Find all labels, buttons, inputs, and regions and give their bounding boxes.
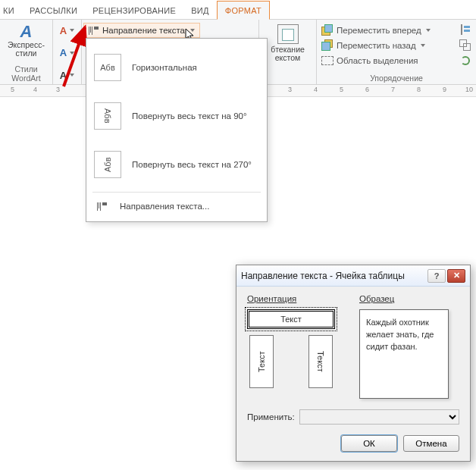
dialog-titlebar[interactable]: Направление текста - Ячейка таблицы ? ✕	[236, 265, 470, 287]
wordart-quick-styles-label: Экспресс-стили	[8, 41, 45, 58]
rotate-icon[interactable]	[461, 56, 470, 65]
selection-pane-button[interactable]: Область выделения	[321, 53, 471, 68]
dialog-help-button[interactable]: ?	[427, 269, 446, 283]
orientation-panel: Ориентация Текст Текст Текст	[247, 294, 346, 399]
menu-item-horizontal-label: Горизонтальная	[132, 63, 197, 72]
wrap-text-icon	[277, 24, 299, 44]
tab-view[interactable]: ВИД	[183, 2, 217, 19]
wordart-icon: A	[20, 24, 33, 39]
text-fill-button[interactable]: A	[60, 23, 74, 38]
apply-to-select[interactable]	[299, 409, 459, 425]
orientation-option-vertical-up[interactable]: Текст	[249, 335, 274, 388]
send-backward-icon	[321, 39, 334, 52]
group-objects-icon[interactable]	[459, 39, 471, 52]
text-direction-dialog: Направление текста - Ячейка таблицы ? ✕ …	[236, 265, 471, 462]
text-outline-button[interactable]: A	[60, 45, 74, 61]
horizontal-text-icon: Абв	[94, 54, 121, 81]
chevron-down-icon	[70, 52, 74, 55]
chevron-down-icon	[190, 29, 195, 32]
selection-pane-label: Область выделения	[337, 56, 418, 65]
chevron-down-icon	[426, 29, 431, 32]
selection-pane-icon	[321, 55, 334, 67]
wrap-text-label: бтеканиеекстом	[271, 45, 305, 62]
text-direction-button[interactable]: Направление текста	[83, 23, 200, 38]
menu-item-rotate-90-label: Повернуть весь текст на 90°	[132, 111, 247, 121]
menu-item-rotate-90[interactable]: Абв Повернуть весь текст на 90°	[86, 92, 267, 140]
dialog-ok-button[interactable]: ОК	[341, 435, 397, 452]
text-direction-menu: Абв Горизонтальная Абв Повернуть весь те…	[86, 38, 268, 222]
sample-heading: Образец	[359, 294, 449, 303]
group-arrange: Переместить вперед Переместить назад Обл…	[317, 20, 476, 84]
text-direction-icon	[89, 27, 99, 35]
text-direction-small-icon	[94, 200, 109, 212]
chevron-down-icon	[70, 29, 74, 32]
tab-mailings[interactable]: РАССЫЛКИ	[22, 2, 85, 19]
apply-to-label: Применить:	[247, 412, 295, 421]
group-label-wordart: Стили WordArt	[5, 63, 48, 83]
orientation-option-vertical-down[interactable]: Текст	[308, 335, 333, 388]
text-outline-icon: A	[60, 47, 67, 58]
tab-partial[interactable]: КИ	[0, 2, 22, 19]
menu-item-rotate-270-label: Повернуть весь текст на 270°	[132, 160, 252, 169]
dialog-title: Направление текста - Ячейка таблицы	[241, 271, 405, 281]
align-icon[interactable]	[459, 24, 471, 36]
rotate-270-icon: Абв	[94, 151, 121, 178]
tab-review[interactable]: РЕЦЕНЗИРОВАНИЕ	[85, 2, 183, 19]
menu-item-horizontal[interactable]: Абв Горизонтальная	[86, 43, 267, 92]
text-fill-icon: A	[60, 25, 67, 36]
group-label-arrange: Упорядочение	[321, 72, 471, 83]
rotate-90-icon: Абв	[94, 102, 121, 130]
text-effects-button[interactable]: A	[60, 67, 74, 83]
orientation-heading: Ориентация	[247, 294, 346, 303]
menu-separator	[92, 192, 261, 193]
sample-panel: Образец Каждый охотник желает знать, где…	[359, 294, 449, 399]
ribbon-tabs: КИ РАССЫЛКИ РЕЦЕНЗИРОВАНИЕ ВИД ФОРМАТ	[0, 0, 476, 20]
bring-forward-label: Переместить вперед	[337, 26, 421, 35]
dialog-cancel-button[interactable]: Отмена	[403, 435, 459, 452]
bring-forward-icon	[321, 24, 334, 36]
wrap-text-button[interactable]: бтеканиеекстом	[264, 24, 312, 62]
group-wrap: бтеканиеекстом	[259, 20, 317, 84]
sample-preview: Каждый охотник желает знать, где сидит ф…	[359, 309, 449, 399]
group-wordart-styles: A Экспресс-стили Стили WordArt	[0, 20, 53, 84]
send-backward-label: Переместить назад	[337, 41, 416, 50]
text-direction-label: Направление текста	[102, 26, 185, 35]
menu-item-more-directions-label: Направления текста...	[120, 202, 209, 211]
dialog-close-button[interactable]: ✕	[447, 269, 465, 283]
group-text-fill-outline: A A A	[53, 20, 82, 84]
bring-forward-button[interactable]: Переместить вперед	[321, 23, 471, 38]
menu-item-more-directions[interactable]: Направления текста...	[86, 196, 267, 217]
wordart-quick-styles-button[interactable]: A Экспресс-стили	[5, 24, 48, 58]
chevron-down-icon	[70, 74, 74, 77]
tab-format[interactable]: ФОРМАТ	[217, 1, 270, 20]
text-effects-icon: A	[60, 70, 67, 81]
menu-item-rotate-270[interactable]: Абв Повернуть весь текст на 270°	[86, 140, 267, 189]
orientation-option-horizontal[interactable]: Текст	[247, 309, 335, 329]
send-backward-button[interactable]: Переместить назад	[321, 38, 471, 53]
chevron-down-icon	[421, 44, 425, 47]
